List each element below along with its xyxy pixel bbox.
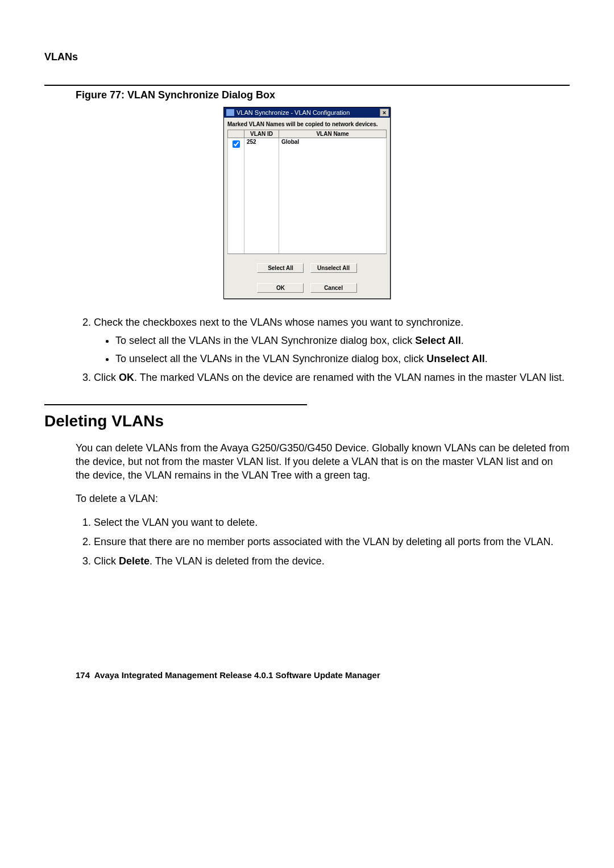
dialog-body: Marked VLAN Names will be copied to netw…	[224, 118, 390, 298]
body-block-2: You can delete VLANs from the Avaya G250…	[44, 442, 570, 568]
ok-button[interactable]: OK	[257, 283, 304, 293]
page-footer: 174 Avaya Integrated Management Release …	[44, 670, 570, 680]
dialog-titlebar: VLAN Synchronize - VLAN Configuration ×	[224, 107, 390, 118]
row-vlan-id: 252	[244, 138, 279, 151]
dialog-button-row-2: OK Cancel	[227, 282, 387, 294]
text-bold: Select All	[415, 335, 460, 346]
col-checkbox	[228, 130, 244, 138]
vlan-table: VLAN ID VLAN Name 252 Global	[227, 130, 387, 254]
steps-list-1: Check the checkboxes next to the VLANs w…	[76, 316, 570, 385]
section-lead: To delete a VLAN:	[76, 492, 570, 506]
text-bold: OK	[119, 372, 134, 383]
table-header-row: VLAN ID VLAN Name	[228, 130, 387, 138]
close-icon[interactable]: ×	[380, 109, 389, 117]
delete-step-2: Ensure that there are no member ports as…	[94, 535, 570, 549]
text: To unselect all the VLANs in the VLAN Sy…	[115, 353, 426, 364]
table-filler	[228, 150, 387, 254]
dialog-message: Marked VLAN Names will be copied to netw…	[227, 121, 387, 127]
dialog-screenshot: VLAN Synchronize - VLAN Configuration × …	[44, 107, 570, 299]
section-title: Deleting VLANs	[44, 412, 570, 430]
rule-top	[44, 85, 570, 86]
body-block-1: Check the checkboxes next to the VLANs w…	[44, 316, 570, 385]
text: .	[485, 353, 488, 364]
select-all-button[interactable]: Select All	[257, 263, 304, 273]
step-2: Check the checkboxes next to the VLANs w…	[94, 316, 570, 366]
step-3: Click OK. The marked VLANs on the device…	[94, 371, 570, 385]
section-rule	[44, 404, 307, 405]
delete-step-3: Click Delete. The VLAN is deleted from t…	[94, 555, 570, 568]
bullet-select-all: To select all the VLANs in the VLAN Sync…	[115, 334, 570, 348]
steps-list-2: Select the VLAN you want to delete. Ensu…	[76, 516, 570, 568]
bullet-unselect-all: To unselect all the VLANs in the VLAN Sy…	[115, 352, 570, 366]
cancel-button[interactable]: Cancel	[310, 283, 357, 293]
text: Click	[94, 372, 119, 383]
step-2-bullets: To select all the VLANs in the VLAN Sync…	[94, 334, 570, 366]
table-row[interactable]: 252 Global	[228, 138, 387, 151]
col-vlan-id: VLAN ID	[244, 130, 279, 138]
step-2-text: Check the checkboxes next to the VLANs w…	[94, 317, 463, 328]
text: Click	[94, 555, 119, 567]
page-number: 174	[76, 670, 90, 680]
running-header: VLANs	[44, 51, 570, 63]
text-bold: Delete	[119, 555, 150, 567]
col-vlan-name: VLAN Name	[279, 130, 387, 138]
row-vlan-name: Global	[279, 138, 387, 151]
vlan-sync-dialog: VLAN Synchronize - VLAN Configuration × …	[223, 107, 391, 299]
figure-caption: Figure 77: VLAN Synchronize Dialog Box	[44, 89, 570, 101]
section-intro: You can delete VLANs from the Avaya G250…	[76, 442, 570, 482]
dialog-button-row-1: Select All Unselect All	[227, 262, 387, 274]
text: . The VLAN is deleted from the device.	[150, 555, 325, 567]
row-checkbox[interactable]	[233, 140, 240, 148]
text: To select all the VLANs in the VLAN Sync…	[115, 335, 415, 346]
text: . The marked VLANs on the device are ren…	[134, 372, 565, 383]
footer-text: Avaya Integrated Management Release 4.0.…	[94, 670, 380, 680]
text: .	[461, 335, 464, 346]
unselect-all-button[interactable]: Unselect All	[310, 263, 357, 273]
delete-step-1: Select the VLAN you want to delete.	[94, 516, 570, 530]
dialog-title: VLAN Synchronize - VLAN Configuration	[237, 109, 350, 116]
text-bold: Unselect All	[426, 353, 484, 364]
window-icon	[226, 109, 234, 116]
